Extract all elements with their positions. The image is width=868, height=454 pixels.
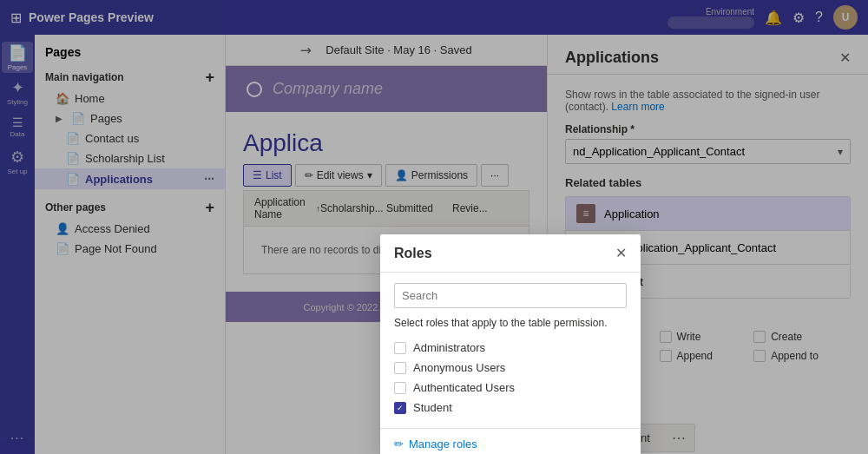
- modal-title: Roles: [394, 246, 432, 261]
- modal-description: Select roles that apply to the table per…: [394, 317, 627, 329]
- role-administrators-checkbox[interactable]: [394, 342, 406, 354]
- role-authenticated-label: Authenticated Users: [413, 381, 515, 394]
- role-student-label: Student: [413, 401, 452, 414]
- modal-header: Roles ✕: [380, 234, 641, 273]
- modal-body: Select roles that apply to the table per…: [380, 273, 641, 428]
- role-authenticated-checkbox[interactable]: [394, 382, 406, 394]
- role-anonymous-users[interactable]: Anonymous Users: [394, 358, 627, 378]
- manage-roles-icon: ✏: [394, 438, 404, 451]
- role-authenticated-users[interactable]: Authenticated Users: [394, 378, 627, 398]
- modal-footer[interactable]: ✏ Manage roles: [380, 428, 641, 454]
- roles-search-input[interactable]: [394, 283, 627, 308]
- manage-roles-label: Manage roles: [409, 438, 477, 451]
- role-student-checkbox[interactable]: ✓: [394, 402, 406, 414]
- modal-overlay[interactable]: Roles ✕ Select roles that apply to the t…: [0, 0, 868, 454]
- role-anonymous-checkbox[interactable]: [394, 362, 406, 374]
- modal-close-button[interactable]: ✕: [615, 245, 627, 261]
- roles-modal: Roles ✕ Select roles that apply to the t…: [380, 234, 641, 454]
- role-administrators[interactable]: Administrators: [394, 338, 627, 358]
- role-anonymous-label: Anonymous Users: [413, 361, 505, 374]
- role-student[interactable]: ✓ Student: [394, 398, 627, 418]
- role-administrators-label: Administrators: [413, 341, 485, 354]
